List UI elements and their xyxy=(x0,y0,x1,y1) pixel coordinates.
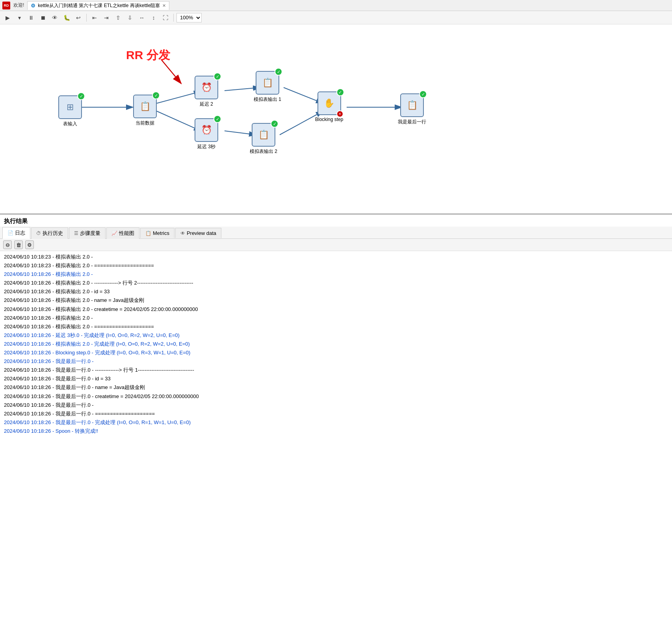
stop-button[interactable]: ⏹ xyxy=(38,13,48,23)
node-check-delay2: ✓ xyxy=(213,73,221,80)
tab-exec-history[interactable]: ⏱ 执行历史 xyxy=(31,227,68,239)
node-check-last-row: ✓ xyxy=(419,90,427,98)
tab-close-icon[interactable]: ✕ xyxy=(162,3,166,8)
node-current-data[interactable]: 📋 ✓ 当前数据 xyxy=(133,95,157,127)
node-label-last-row: 我是最后一行 xyxy=(398,119,426,125)
node-label-mock-output2: 模拟表输出 2 xyxy=(250,148,277,155)
node-box-delay3: ⏰ ✓ xyxy=(195,118,218,142)
run-dropdown-button[interactable]: ▾ xyxy=(14,13,24,23)
tab-step-metrics[interactable]: ☰ 步骤度量 xyxy=(69,227,106,239)
rr-label: RR 分发 xyxy=(126,47,170,63)
node-box-table-input: ⊞ ✓ xyxy=(58,95,82,119)
node-table-input[interactable]: ⊞ ✓ 表输入 xyxy=(58,95,82,127)
log-line: 2024/06/10 10:18:26 - 模拟表输出 2.0 - id = 3… xyxy=(4,287,668,296)
editor-tab[interactable]: ⚙ kettle从入门到精通 第六十七课 ETL之kettle 再谈kettle… xyxy=(27,1,169,10)
node-blocking-step[interactable]: ✋ ✓ ✕ Blocking step xyxy=(315,91,343,122)
node-box-mock-output2: 📋 ✓ xyxy=(252,123,275,147)
run-button[interactable]: ▶ xyxy=(2,13,13,23)
align-top-button[interactable]: ⇧ xyxy=(113,13,123,23)
perf-chart-icon: 📈 xyxy=(111,231,117,236)
log-line: 2024/06/10 10:18:26 - 我是最后一行.0 - createt… xyxy=(4,392,668,401)
tabs-bar: 📄 日志 ⏱ 执行历史 ☰ 步骤度量 📈 性能图 📋 Metrics 👁 Pre… xyxy=(0,227,672,239)
perf-chart-label: 性能图 xyxy=(119,230,134,237)
log-line: 2024/06/10 10:18:26 - 我是最后一行.0 - =======… xyxy=(4,410,668,418)
align-left-button[interactable]: ⇤ xyxy=(89,13,100,23)
main-toolbar: ▶ ▾ ⏸ ⏹ 👁 🐛 ↩ ⇤ ⇥ ⇧ ⇩ ↔ ↕ ⛶ 100% 75% 125… xyxy=(0,11,672,24)
node-label-delay3: 延迟 3秒 xyxy=(197,143,215,150)
distribute-h-button[interactable]: ↔ xyxy=(137,13,147,23)
node-label-table-input: 表输入 xyxy=(63,121,77,127)
log-line: 2024/06/10 10:18:26 - 延迟 3秒.0 - 完成处理 (I=… xyxy=(4,331,668,340)
node-check-blocking-step: ✓ xyxy=(336,88,344,96)
log-line: 2024/06/10 10:18:26 - 模拟表输出 2.0 - name =… xyxy=(4,296,668,305)
delay3-icon: ⏰ xyxy=(201,125,212,135)
log-line: 2024/06/10 10:18:23 - 模拟表输出 2.0 - xyxy=(4,253,668,261)
etl-diagram: RR 分发 ⊞ ✓ 表输入 📋 ✓ 当前数据 ⏰ ✓ 延迟 2 xyxy=(0,24,672,214)
exec-title: 执行结果 xyxy=(0,214,672,227)
node-box-delay2: ⏰ ✓ xyxy=(195,76,218,99)
log-line: 2024/06/10 10:18:26 - 模拟表输出 2.0 - xyxy=(4,314,668,322)
node-check-table-input: ✓ xyxy=(77,92,85,100)
tab-metrics[interactable]: 📋 Metrics xyxy=(140,228,174,238)
mock-output1-icon: 📋 xyxy=(262,78,273,88)
exec-section: 执行结果 📄 日志 ⏱ 执行历史 ☰ 步骤度量 📈 性能图 📋 Metrics … xyxy=(0,214,672,614)
node-last-row[interactable]: 📋 ✓ 我是最后一行 xyxy=(398,93,426,125)
settings-button[interactable]: ⚙ xyxy=(25,240,34,249)
distribute-v-button[interactable]: ↕ xyxy=(149,13,159,23)
last-row-icon: 📋 xyxy=(407,100,418,110)
log-line: 2024/06/10 10:18:26 - 模拟表输出 2.0 - ------… xyxy=(4,279,668,287)
delete-button[interactable]: 🗑 xyxy=(14,240,23,249)
table-input-icon: ⊞ xyxy=(67,102,74,112)
log-line: 2024/06/10 10:18:26 - 我是最后一行.0 - name = … xyxy=(4,383,668,392)
debug-button[interactable]: 🐛 xyxy=(61,13,72,23)
align-bottom-button[interactable]: ⇩ xyxy=(125,13,135,23)
preview-button[interactable]: 👁 xyxy=(50,13,60,23)
log-line: 2024/06/10 10:18:26 - Blocking step.0 - … xyxy=(4,348,668,357)
node-check-mock-output1: ✓ xyxy=(275,68,282,76)
log-line: 2024/06/10 10:18:26 - 我是最后一行.0 - -------… xyxy=(4,366,668,374)
log-line: 2024/06/10 10:18:26 - 我是最后一行.0 - id = 33 xyxy=(4,374,668,383)
node-label-blocking-step: Blocking step xyxy=(315,117,343,122)
node-mock-output2[interactable]: 📋 ✓ 模拟表输出 2 xyxy=(250,123,277,155)
node-label-delay2: 延迟 2 xyxy=(200,101,213,108)
fit-button[interactable]: ⛶ xyxy=(160,13,171,23)
replay-button[interactable]: ↩ xyxy=(73,13,84,23)
metrics-label: Metrics xyxy=(153,230,169,236)
preview-data-icon: 👁 xyxy=(180,231,185,236)
log-line: 2024/06/10 10:18:26 - Spoon - 转换完成!! xyxy=(4,427,668,436)
blocking-step-icon: ✋ xyxy=(324,98,334,108)
svg-line-10 xyxy=(162,60,181,84)
minus-button[interactable]: ⊖ xyxy=(3,240,12,249)
exec-history-icon: ⏱ xyxy=(36,231,41,236)
title-bar: RD 欢迎! ⚙ kettle从入门到精通 第六十七课 ETL之kettle 再… xyxy=(0,0,672,11)
align-right-button[interactable]: ⇥ xyxy=(101,13,111,23)
tab-kettle-icon: ⚙ xyxy=(31,3,35,9)
pause-button[interactable]: ⏸ xyxy=(26,13,36,23)
step-metrics-icon: ☰ xyxy=(74,231,78,236)
separator1 xyxy=(86,14,87,22)
node-box-last-row: 📋 ✓ xyxy=(400,93,424,117)
log-line: 2024/06/10 10:18:26 - 我是最后一行.0 - xyxy=(4,401,668,410)
node-check-delay3: ✓ xyxy=(213,115,221,123)
log-tab-icon: 📄 xyxy=(7,230,13,236)
node-delay2[interactable]: ⏰ ✓ 延迟 2 xyxy=(195,76,218,108)
tab-title: kettle从入门到精通 第六十七课 ETL之kettle 再谈kettle阻塞 xyxy=(38,2,160,9)
log-line: 2024/06/10 10:18:26 - 我是最后一行.0 - xyxy=(4,357,668,366)
node-mock-output1[interactable]: 📋 ✓ 模拟表输出 1 xyxy=(254,71,281,103)
zoom-select[interactable]: 100% 75% 125% 150% 200% xyxy=(176,13,202,22)
mock-output2-icon: 📋 xyxy=(258,130,269,140)
log-line: 2024/06/10 10:18:26 - 模拟表输出 2.0 - ======… xyxy=(4,322,668,331)
node-check-current-data: ✓ xyxy=(152,91,160,99)
tab-perf-chart[interactable]: 📈 性能图 xyxy=(106,227,139,239)
current-data-icon: 📋 xyxy=(140,101,150,112)
log-content[interactable]: 2024/06/10 10:18:23 - 模拟表输出 2.0 -2024/06… xyxy=(0,251,672,614)
tab-preview-data[interactable]: 👁 Preview data xyxy=(175,228,221,238)
node-delay3[interactable]: ⏰ ✓ 延迟 3秒 xyxy=(195,118,218,150)
tab-log[interactable]: 📄 日志 xyxy=(2,227,30,239)
app-logo: RD xyxy=(2,2,10,9)
step-metrics-label: 步骤度量 xyxy=(80,230,100,237)
node-box-current-data: 📋 ✓ xyxy=(133,95,157,118)
node-label-mock-output1: 模拟表输出 1 xyxy=(254,96,281,103)
separator2 xyxy=(173,14,174,22)
log-line: 2024/06/10 10:18:26 - 我是最后一行.0 - 完成处理 (I… xyxy=(4,418,668,427)
